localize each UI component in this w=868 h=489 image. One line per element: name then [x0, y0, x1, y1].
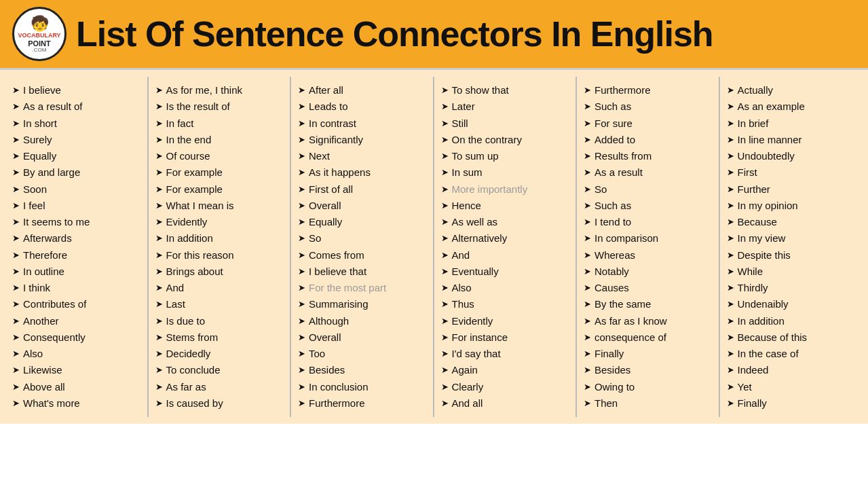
- arrow-icon: ➤: [155, 133, 163, 147]
- item-label: Afterwards: [23, 230, 72, 246]
- arrow-icon: ➤: [12, 314, 20, 328]
- arrow-icon: ➤: [12, 297, 20, 311]
- item-label: In the case of: [738, 346, 799, 361]
- list-item: ➤Afterwards: [12, 230, 140, 246]
- item-label: In contrast: [309, 115, 356, 131]
- item-label: For this reason: [166, 247, 234, 263]
- list-item: ➤Last: [155, 296, 284, 312]
- arrow-icon: ➤: [727, 380, 734, 394]
- item-label: As an example: [738, 98, 805, 114]
- arrow-icon: ➤: [12, 331, 20, 344]
- arrow-icon: ➤: [298, 397, 305, 410]
- list-item: ➤For sure: [584, 115, 712, 131]
- arrow-icon: ➤: [727, 215, 734, 229]
- item-label: For sure: [595, 115, 633, 131]
- list-item: ➤Undenaibly: [727, 296, 856, 312]
- arrow-icon: ➤: [155, 314, 163, 328]
- item-label: As far as I know: [595, 313, 667, 329]
- arrow-icon: ➤: [155, 215, 163, 229]
- arrow-icon: ➤: [12, 133, 20, 147]
- arrow-icon: ➤: [727, 117, 734, 130]
- list-item: ➤What I mean is: [155, 198, 284, 213]
- list-item: ➤Added to: [584, 132, 712, 147]
- column-6: ➤Actually➤As an example➤In brief➤In line…: [720, 77, 863, 417]
- item-label: Later: [452, 98, 475, 114]
- list-item: ➤I believe that: [298, 264, 426, 279]
- list-item: ➤After all: [298, 82, 426, 98]
- arrow-icon: ➤: [12, 215, 20, 229]
- list-item: ➤It seems to me: [12, 214, 140, 230]
- list-item: ➤Equally: [298, 214, 426, 230]
- item-label: As a result: [595, 164, 643, 180]
- item-label: Decidedly: [166, 346, 211, 361]
- arrow-icon: ➤: [155, 166, 163, 179]
- item-label: By and large: [23, 164, 80, 180]
- item-label: Alternatively: [452, 230, 508, 246]
- arrow-icon: ➤: [298, 232, 305, 245]
- arrow-icon: ➤: [441, 232, 449, 245]
- item-label: In conclusion: [309, 379, 369, 395]
- list-item: ➤Causes: [584, 280, 712, 295]
- item-label: Therefore: [23, 247, 67, 263]
- list-item: ➤Undoubtedly: [727, 148, 856, 164]
- item-label: Contributes of: [23, 296, 86, 312]
- arrow-icon: ➤: [584, 347, 591, 361]
- arrow-icon: ➤: [155, 397, 163, 410]
- list-item: ➤Results from: [584, 148, 712, 164]
- arrow-icon: ➤: [441, 84, 449, 97]
- arrow-icon: ➤: [155, 281, 163, 295]
- arrow-icon: ➤: [298, 100, 305, 113]
- item-label: Still: [452, 115, 468, 131]
- item-label: And all: [452, 395, 483, 411]
- item-label: While: [738, 264, 763, 279]
- arrow-icon: ➤: [727, 363, 734, 377]
- list-item: ➤Furthermore: [584, 82, 712, 98]
- arrow-icon: ➤: [12, 265, 20, 278]
- arrow-icon: ➤: [584, 215, 591, 229]
- item-label: Owing to: [595, 379, 635, 395]
- item-label: Evidently: [452, 313, 493, 329]
- item-label: In short: [23, 115, 57, 131]
- column-1: ➤I believe➤As a result of➤In short➤Surel…: [5, 77, 149, 417]
- item-label: Then: [595, 395, 618, 411]
- list-item: ➤For example: [155, 181, 284, 197]
- arrow-icon: ➤: [298, 84, 305, 97]
- item-label: As far as: [166, 379, 206, 395]
- arrow-icon: ➤: [155, 100, 163, 113]
- item-label: In comparison: [595, 230, 658, 246]
- arrow-icon: ➤: [727, 149, 734, 163]
- list-item: ➤Summarising: [298, 296, 426, 312]
- arrow-icon: ➤: [12, 183, 20, 196]
- arrow-icon: ➤: [441, 265, 449, 278]
- item-label: Overall: [309, 329, 341, 345]
- arrow-icon: ➤: [155, 199, 163, 213]
- arrow-icon: ➤: [12, 232, 20, 245]
- list-item: ➤Whereas: [584, 247, 712, 263]
- list-item: ➤Eventually: [441, 264, 569, 279]
- list-item: ➤Brings about: [155, 264, 284, 279]
- item-label: Actually: [738, 82, 774, 98]
- item-label: I think: [23, 280, 50, 295]
- list-item: ➤Owing to: [584, 379, 712, 395]
- arrow-icon: ➤: [727, 249, 734, 262]
- arrow-icon: ➤: [584, 232, 591, 245]
- list-item: ➤Actually: [727, 82, 856, 98]
- item-label: Eventually: [452, 264, 499, 279]
- list-item: ➤First: [727, 164, 856, 180]
- list-item: ➤As for me, I think: [155, 82, 284, 98]
- item-label: Thirdly: [738, 280, 768, 295]
- list-item: ➤Again: [441, 362, 569, 378]
- arrow-icon: ➤: [155, 347, 163, 361]
- item-label: In the end: [166, 132, 212, 147]
- arrow-icon: ➤: [727, 314, 734, 328]
- arrow-icon: ➤: [727, 183, 734, 196]
- list-item: ➤Also: [12, 346, 140, 361]
- item-label: Equally: [309, 214, 342, 230]
- arrow-icon: ➤: [727, 265, 734, 278]
- arrow-icon: ➤: [584, 133, 591, 147]
- item-label: After all: [309, 82, 343, 98]
- item-label: To sum up: [452, 148, 499, 164]
- item-label: Evidently: [166, 214, 208, 230]
- item-label: Finally: [738, 395, 767, 411]
- arrow-icon: ➤: [12, 199, 20, 213]
